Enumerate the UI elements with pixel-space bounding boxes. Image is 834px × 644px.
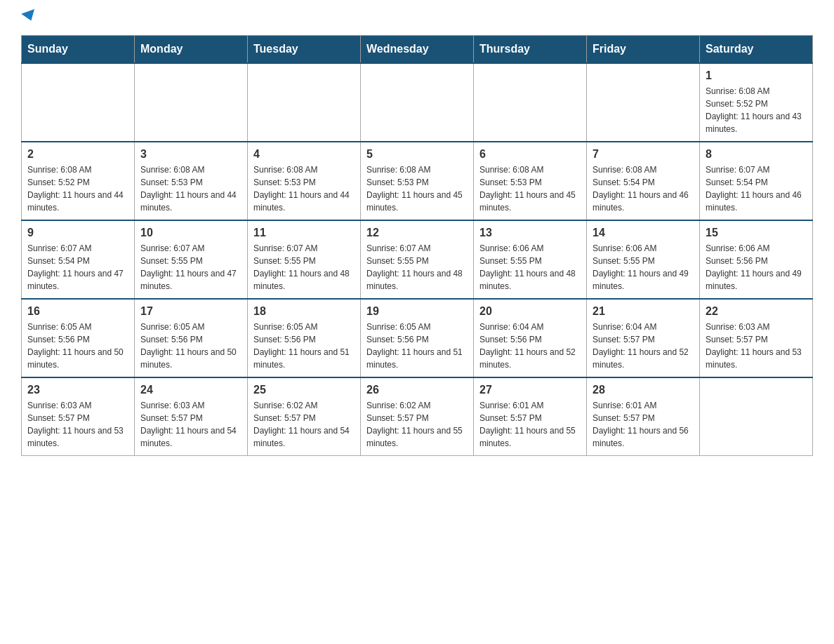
- day-info: Sunrise: 6:05 AMSunset: 5:56 PMDaylight:…: [253, 321, 355, 371]
- day-number: 24: [140, 384, 241, 396]
- day-info: Sunrise: 6:04 AMSunset: 5:57 PMDaylight:…: [593, 321, 694, 371]
- day-info: Sunrise: 6:07 AMSunset: 5:54 PMDaylight:…: [706, 163, 807, 214]
- day-info: Sunrise: 6:07 AMSunset: 5:54 PMDaylight:…: [27, 242, 128, 293]
- day-number: 20: [479, 305, 581, 318]
- day-info: Sunrise: 6:02 AMSunset: 5:57 PMDaylight:…: [253, 399, 355, 450]
- day-info: Sunrise: 6:08 AMSunset: 5:54 PMDaylight:…: [593, 163, 694, 214]
- calendar-cell: 2Sunrise: 6:08 AMSunset: 5:52 PMDaylight…: [22, 142, 135, 220]
- calendar-cell: 28Sunrise: 6:01 AMSunset: 5:57 PMDayligh…: [587, 377, 700, 456]
- calendar-cell: 12Sunrise: 6:07 AMSunset: 5:55 PMDayligh…: [361, 220, 474, 299]
- day-info: Sunrise: 6:04 AMSunset: 5:56 PMDaylight:…: [479, 321, 581, 371]
- weekday-header-monday: Monday: [135, 36, 248, 64]
- calendar-cell: 6Sunrise: 6:08 AMSunset: 5:53 PMDaylight…: [474, 142, 587, 220]
- day-number: 4: [253, 148, 355, 161]
- week-row-3: 9Sunrise: 6:07 AMSunset: 5:54 PMDaylight…: [22, 220, 813, 299]
- calendar-cell: [474, 63, 587, 142]
- day-info: Sunrise: 6:02 AMSunset: 5:57 PMDaylight:…: [366, 399, 468, 450]
- day-number: 9: [27, 227, 128, 239]
- day-info: Sunrise: 6:07 AMSunset: 5:55 PMDaylight:…: [140, 242, 241, 293]
- day-info: Sunrise: 6:08 AMSunset: 5:53 PMDaylight:…: [140, 163, 241, 214]
- day-number: 28: [593, 384, 694, 396]
- day-info: Sunrise: 6:08 AMSunset: 5:53 PMDaylight:…: [366, 163, 468, 214]
- calendar-cell: 25Sunrise: 6:02 AMSunset: 5:57 PMDayligh…: [248, 377, 361, 456]
- weekday-header-thursday: Thursday: [474, 36, 587, 64]
- calendar-cell: 27Sunrise: 6:01 AMSunset: 5:57 PMDayligh…: [474, 377, 587, 456]
- calendar-cell: 22Sunrise: 6:03 AMSunset: 5:57 PMDayligh…: [700, 299, 813, 377]
- day-info: Sunrise: 6:01 AMSunset: 5:57 PMDaylight:…: [593, 399, 694, 450]
- day-number: 19: [366, 305, 468, 318]
- calendar-cell: [361, 63, 474, 142]
- calendar-cell: 17Sunrise: 6:05 AMSunset: 5:56 PMDayligh…: [135, 299, 248, 377]
- week-row-5: 23Sunrise: 6:03 AMSunset: 5:57 PMDayligh…: [22, 377, 813, 456]
- week-row-1: 1Sunrise: 6:08 AMSunset: 5:52 PMDaylight…: [22, 63, 813, 142]
- day-info: Sunrise: 6:08 AMSunset: 5:52 PMDaylight:…: [706, 85, 807, 135]
- day-number: 17: [140, 305, 241, 318]
- calendar-cell: 20Sunrise: 6:04 AMSunset: 5:56 PMDayligh…: [474, 299, 587, 377]
- page-header: [21, 14, 813, 21]
- day-number: 11: [253, 227, 355, 239]
- day-info: Sunrise: 6:06 AMSunset: 5:55 PMDaylight:…: [479, 242, 581, 293]
- calendar-cell: 19Sunrise: 6:05 AMSunset: 5:56 PMDayligh…: [361, 299, 474, 377]
- calendar-cell: 11Sunrise: 6:07 AMSunset: 5:55 PMDayligh…: [248, 220, 361, 299]
- day-number: 1: [706, 69, 807, 82]
- day-info: Sunrise: 6:01 AMSunset: 5:57 PMDaylight:…: [479, 399, 581, 450]
- calendar-cell: 5Sunrise: 6:08 AMSunset: 5:53 PMDaylight…: [361, 142, 474, 220]
- day-number: 25: [253, 384, 355, 396]
- week-row-2: 2Sunrise: 6:08 AMSunset: 5:52 PMDaylight…: [22, 142, 813, 220]
- day-info: Sunrise: 6:08 AMSunset: 5:52 PMDaylight:…: [27, 163, 128, 214]
- day-number: 8: [706, 148, 807, 161]
- day-number: 15: [706, 227, 807, 239]
- calendar-cell: 26Sunrise: 6:02 AMSunset: 5:57 PMDayligh…: [361, 377, 474, 456]
- calendar-cell: 23Sunrise: 6:03 AMSunset: 5:57 PMDayligh…: [22, 377, 135, 456]
- day-number: 14: [593, 227, 694, 239]
- calendar-cell: 3Sunrise: 6:08 AMSunset: 5:53 PMDaylight…: [135, 142, 248, 220]
- calendar-cell: 14Sunrise: 6:06 AMSunset: 5:55 PMDayligh…: [587, 220, 700, 299]
- calendar-cell: [700, 377, 813, 456]
- weekday-header-saturday: Saturday: [700, 36, 813, 64]
- day-number: 26: [366, 384, 468, 396]
- calendar-cell: [248, 63, 361, 142]
- day-info: Sunrise: 6:07 AMSunset: 5:55 PMDaylight:…: [366, 242, 468, 293]
- logo-triangle-icon: [21, 9, 38, 23]
- day-info: Sunrise: 6:03 AMSunset: 5:57 PMDaylight:…: [27, 399, 128, 450]
- day-info: Sunrise: 6:07 AMSunset: 5:55 PMDaylight:…: [253, 242, 355, 293]
- calendar-cell: [587, 63, 700, 142]
- weekday-header-tuesday: Tuesday: [248, 36, 361, 64]
- calendar-cell: 24Sunrise: 6:03 AMSunset: 5:57 PMDayligh…: [135, 377, 248, 456]
- day-number: 7: [593, 148, 694, 161]
- calendar-cell: 16Sunrise: 6:05 AMSunset: 5:56 PMDayligh…: [22, 299, 135, 377]
- day-number: 2: [27, 148, 128, 161]
- day-number: 3: [140, 148, 241, 161]
- calendar-cell: 15Sunrise: 6:06 AMSunset: 5:56 PMDayligh…: [700, 220, 813, 299]
- week-row-4: 16Sunrise: 6:05 AMSunset: 5:56 PMDayligh…: [22, 299, 813, 377]
- calendar-cell: 13Sunrise: 6:06 AMSunset: 5:55 PMDayligh…: [474, 220, 587, 299]
- calendar-cell: [22, 63, 135, 142]
- weekday-header-sunday: Sunday: [22, 36, 135, 64]
- day-number: 5: [366, 148, 468, 161]
- logo: [21, 14, 37, 21]
- day-number: 23: [27, 384, 128, 396]
- calendar-cell: 18Sunrise: 6:05 AMSunset: 5:56 PMDayligh…: [248, 299, 361, 377]
- calendar-cell: 4Sunrise: 6:08 AMSunset: 5:53 PMDaylight…: [248, 142, 361, 220]
- day-info: Sunrise: 6:08 AMSunset: 5:53 PMDaylight:…: [253, 163, 355, 214]
- calendar-cell: 1Sunrise: 6:08 AMSunset: 5:52 PMDaylight…: [700, 63, 813, 142]
- day-number: 10: [140, 227, 241, 239]
- weekday-header-row: SundayMondayTuesdayWednesdayThursdayFrid…: [22, 36, 813, 64]
- calendar-cell: 9Sunrise: 6:07 AMSunset: 5:54 PMDaylight…: [22, 220, 135, 299]
- day-info: Sunrise: 6:06 AMSunset: 5:56 PMDaylight:…: [706, 242, 807, 293]
- calendar-cell: 10Sunrise: 6:07 AMSunset: 5:55 PMDayligh…: [135, 220, 248, 299]
- day-number: 6: [479, 148, 581, 161]
- day-info: Sunrise: 6:05 AMSunset: 5:56 PMDaylight:…: [27, 321, 128, 371]
- calendar-cell: 8Sunrise: 6:07 AMSunset: 5:54 PMDaylight…: [700, 142, 813, 220]
- day-info: Sunrise: 6:05 AMSunset: 5:56 PMDaylight:…: [366, 321, 468, 371]
- day-info: Sunrise: 6:03 AMSunset: 5:57 PMDaylight:…: [706, 321, 807, 371]
- calendar-cell: 21Sunrise: 6:04 AMSunset: 5:57 PMDayligh…: [587, 299, 700, 377]
- day-number: 21: [593, 305, 694, 318]
- day-number: 12: [366, 227, 468, 239]
- day-number: 22: [706, 305, 807, 318]
- weekday-header-wednesday: Wednesday: [361, 36, 474, 64]
- day-number: 13: [479, 227, 581, 239]
- day-number: 16: [27, 305, 128, 318]
- day-number: 18: [253, 305, 355, 318]
- calendar-cell: 7Sunrise: 6:08 AMSunset: 5:54 PMDaylight…: [587, 142, 700, 220]
